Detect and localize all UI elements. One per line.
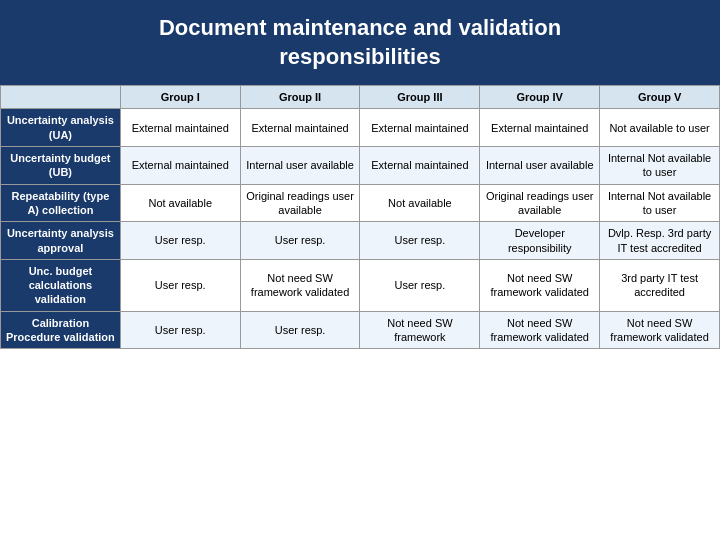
cell-rep-g5: Internal Not available to user — [600, 184, 720, 222]
cell-ubcv-g1: User resp. — [120, 259, 240, 311]
cell-cpv-g5: Not need SW framework validated — [600, 311, 720, 349]
cell-cpv-g2: User resp. — [240, 311, 360, 349]
col-header-g1: Group I — [120, 86, 240, 109]
cell-cpv-g4: Not need SW framework validated — [480, 311, 600, 349]
table-row: Repeatability (type A) collection Not av… — [1, 184, 720, 222]
cell-uaa-g3: User resp. — [360, 222, 480, 260]
table-row: Uncertainty analysis approval User resp.… — [1, 222, 720, 260]
cell-ub-g5: Internal Not available to user — [600, 147, 720, 185]
title-block: Document maintenance and validation resp… — [0, 0, 720, 85]
cell-ubcv-g4: Not need SW framework validated — [480, 259, 600, 311]
cell-ub-g4: Internal user available — [480, 147, 600, 185]
cell-ub-g3: External maintained — [360, 147, 480, 185]
cell-ub-g2: Internal user available — [240, 147, 360, 185]
row-header-ua: Uncertainty analysis (UA) — [1, 109, 121, 147]
col-header-g5: Group V — [600, 86, 720, 109]
main-table: Group I Group II Group III Group IV Grou… — [0, 85, 720, 349]
cell-uaa-g2: User resp. — [240, 222, 360, 260]
cell-uaa-g1: User resp. — [120, 222, 240, 260]
col-header-g3: Group III — [360, 86, 480, 109]
cell-ua-g3: External maintained — [360, 109, 480, 147]
table-header-row: Group I Group II Group III Group IV Grou… — [1, 86, 720, 109]
table-row: Calibration Procedure validation User re… — [1, 311, 720, 349]
title-line1: Document maintenance and validation — [159, 15, 561, 40]
row-header-ub: Uncertainty budget (UB) — [1, 147, 121, 185]
col-header-g4: Group IV — [480, 86, 600, 109]
table-row: Uncertainty budget (UB) External maintai… — [1, 147, 720, 185]
cell-rep-g3: Not available — [360, 184, 480, 222]
page-wrapper: Document maintenance and validation resp… — [0, 0, 720, 349]
cell-ubcv-g2: Not need SW framework validated — [240, 259, 360, 311]
col-header-g2: Group II — [240, 86, 360, 109]
cell-ua-g4: External maintained — [480, 109, 600, 147]
cell-rep-g1: Not available — [120, 184, 240, 222]
cell-rep-g2: Original readings user available — [240, 184, 360, 222]
cell-ubcv-g3: User resp. — [360, 259, 480, 311]
title-line2: responsibilities — [279, 44, 440, 69]
cell-ub-g1: External maintained — [120, 147, 240, 185]
cell-ubcv-g5: 3rd party IT test accredited — [600, 259, 720, 311]
row-header-rep: Repeatability (type A) collection — [1, 184, 121, 222]
cell-uaa-g5: Dvlp. Resp. 3rd party IT test accredited — [600, 222, 720, 260]
row-header-uaa: Uncertainty analysis approval — [1, 222, 121, 260]
cell-ua-g5: Not available to user — [600, 109, 720, 147]
page-title: Document maintenance and validation resp… — [10, 14, 710, 71]
cell-cpv-g3: Not need SW framework — [360, 311, 480, 349]
row-header-ubcv: Unc. budget calculations validation — [1, 259, 121, 311]
cell-rep-g4: Original readings user available — [480, 184, 600, 222]
table-row: Unc. budget calculations validation User… — [1, 259, 720, 311]
cell-ua-g1: External maintained — [120, 109, 240, 147]
cell-cpv-g1: User resp. — [120, 311, 240, 349]
cell-ua-g2: External maintained — [240, 109, 360, 147]
row-header-cpv: Calibration Procedure validation — [1, 311, 121, 349]
cell-uaa-g4: Developer responsibility — [480, 222, 600, 260]
table-row: Uncertainty analysis (UA) External maint… — [1, 109, 720, 147]
col-header-empty — [1, 86, 121, 109]
